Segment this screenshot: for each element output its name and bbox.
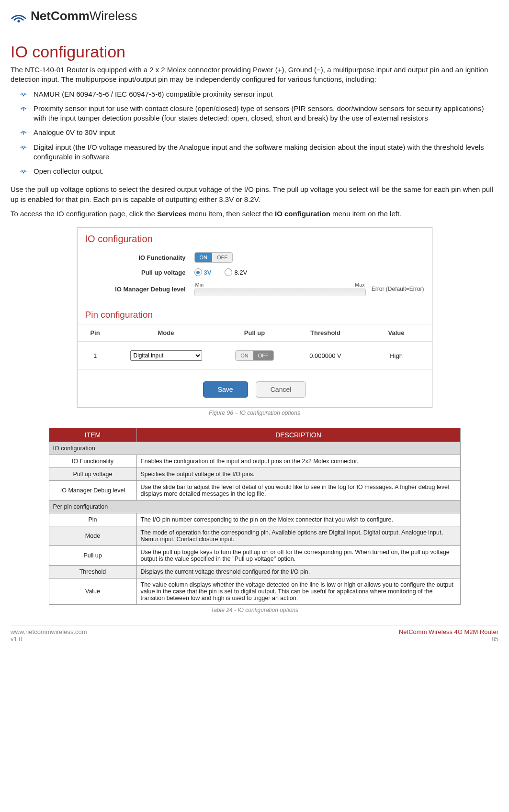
intro-paragraph: The NTC-140-01 Router is equipped with a…	[11, 65, 498, 85]
io-config-screenshot: IO configuration IO Functionality ONOFF …	[77, 227, 432, 408]
table-desc: The value column displays whether the vo…	[136, 578, 460, 605]
pullup-3v-radio[interactable]: 3V	[194, 268, 212, 276]
table-item: Pull up voltage	[49, 468, 136, 481]
wifi-icon	[11, 10, 27, 23]
save-button[interactable]: Save	[203, 381, 248, 398]
table-desc: Use the pull up toggle keys to turn the …	[136, 546, 460, 566]
footer-product: NetComm Wireless 4G M2M Router	[399, 628, 498, 635]
pin-threshold: 0.000000 V	[290, 342, 361, 370]
pullup-voltage-label: Pull up voltage	[85, 269, 194, 276]
svg-point-2	[23, 109, 24, 111]
footer-url: www.netcommwireless.com	[11, 628, 87, 635]
pullup-paragraph: Use the pull up voltage options to selec…	[11, 185, 498, 204]
slider-min-label: Min	[195, 282, 204, 288]
th-description: DESCRIPTION	[136, 428, 460, 442]
slider-max-label: Max	[355, 282, 365, 288]
col-threshold: Threshold	[290, 324, 361, 342]
list-item: NAMUR (EN 60947-5-6 / IEC 60947-5-6) com…	[34, 89, 498, 99]
table-item: Mode	[49, 526, 136, 546]
feature-list: NAMUR (EN 60947-5-6 / IEC 60947-5-6) com…	[11, 89, 498, 177]
bullet-icon	[20, 129, 27, 135]
table-item: IO Manager Debug level	[49, 481, 136, 501]
table-desc: Enables the configuration of the input a…	[136, 455, 460, 468]
bullet-icon	[20, 167, 27, 174]
table-desc: The I/O pin number corresponding to the …	[136, 513, 460, 526]
th-item: ITEM	[49, 428, 136, 442]
table-section: Per pin configuration	[49, 501, 460, 513]
nav-paragraph: To access the IO configuration page, cli…	[11, 209, 498, 219]
pin-config-table: Pin Mode Pull up Threshold Value 1 Digit…	[78, 324, 432, 370]
figure-caption: Figure 96 – IO configuration options	[11, 410, 498, 416]
bullet-icon	[20, 144, 27, 150]
table-item: IO Functionality	[49, 455, 136, 468]
footer-version: v1.0	[11, 635, 87, 643]
table-desc: Displays the current voltage threshold c…	[136, 566, 460, 578]
io-functionality-toggle[interactable]: ONOFF	[194, 252, 233, 263]
col-pullup: Pull up	[219, 324, 290, 342]
svg-point-1	[23, 95, 24, 96]
table-desc: Use the slide bar to adjust the level of…	[136, 481, 460, 501]
pin-config-title: Pin configuration	[78, 299, 432, 324]
brand-text: NetCommWireless	[31, 9, 137, 23]
debug-level-value: Error (Default=Error)	[372, 286, 424, 292]
table-section: IO configuration	[49, 442, 460, 455]
cancel-button[interactable]: Cancel	[256, 381, 306, 398]
col-mode: Mode	[113, 324, 219, 342]
svg-point-4	[23, 148, 24, 149]
debug-level-slider[interactable]	[194, 289, 366, 296]
table-item: Threshold	[49, 566, 136, 578]
table-item: Value	[49, 578, 136, 605]
panel-title: IO configuration	[78, 228, 432, 249]
pin-number: 1	[78, 342, 113, 370]
svg-point-0	[17, 20, 20, 22]
page-heading: IO configuration	[11, 43, 498, 61]
pin-mode-select[interactable]: Digital input	[130, 350, 202, 361]
svg-point-3	[23, 133, 24, 135]
list-item: Analogue 0V to 30V input	[34, 128, 498, 137]
col-pin: Pin	[78, 324, 113, 342]
debug-level-label: IO Manager Debug level	[85, 286, 194, 293]
pin-pullup-toggle[interactable]: ONOFF	[235, 350, 274, 361]
list-item: Open collector output.	[34, 167, 498, 176]
col-value: Value	[361, 324, 432, 342]
pin-value: High	[361, 342, 432, 370]
description-table: ITEM DESCRIPTION IO configuration IO Fun…	[49, 428, 461, 605]
table-item: Pull up	[49, 546, 136, 566]
list-item: Proximity sensor input for use with cont…	[34, 104, 498, 123]
table-desc: The mode of operation for the correspond…	[136, 526, 460, 546]
footer-page: 85	[399, 635, 498, 643]
table-desc: Specifies the output voltage of the I/O …	[136, 468, 460, 481]
table-item: Pin	[49, 513, 136, 526]
io-functionality-label: IO Functionality	[85, 254, 194, 261]
pin-row: 1 Digital input ONOFF 0.000000 V High	[78, 342, 432, 370]
pullup-8v-radio[interactable]: 8.2V	[225, 268, 247, 276]
page-footer: www.netcommwireless.com v1.0 NetComm Wir…	[11, 625, 498, 643]
list-item: Digital input (the I/O voltage measured …	[34, 143, 498, 162]
table-caption: Table 24 - IO configuration options	[11, 607, 498, 613]
svg-point-5	[23, 172, 24, 174]
brand-logo: NetCommWireless	[11, 9, 498, 23]
bullet-icon	[20, 105, 27, 111]
bullet-icon	[20, 90, 27, 97]
